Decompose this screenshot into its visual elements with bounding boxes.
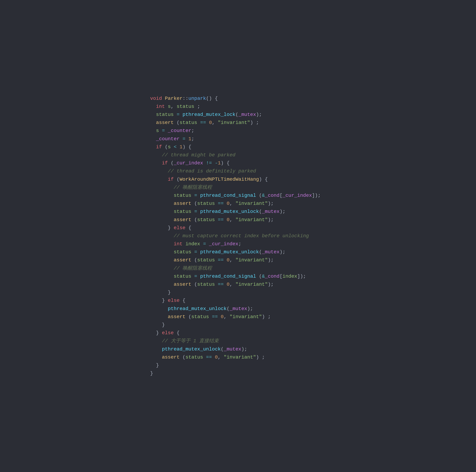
code-container: void Parker::unpark() { int s, status ; … (142, 79, 334, 393)
code-block: void Parker::unpark() { int s, status ; … (150, 87, 326, 386)
